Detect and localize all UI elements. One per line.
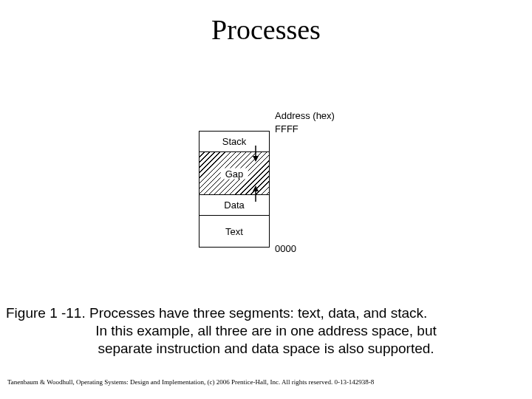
figure-caption: Figure 1 -11. Processes have three segme… — [0, 304, 532, 357]
page-title: Processes — [0, 0, 532, 53]
segment-text: Text — [200, 216, 269, 247]
address-top-value: FFFF — [275, 123, 299, 134]
copyright-text: Tanenbaum & Woodhull, Operating Systems:… — [7, 378, 374, 386]
caption-line-1: Figure 1 -11. Processes have three segme… — [6, 304, 526, 322]
arrow-up-icon — [251, 185, 260, 202]
svg-marker-3 — [253, 185, 259, 191]
svg-marker-1 — [253, 156, 259, 162]
caption-line-3: separate instruction and data space is a… — [6, 340, 526, 358]
arrow-down-icon — [251, 146, 260, 162]
segment-gap-label: Gap — [221, 168, 248, 179]
address-header-label: Address (hex) — [275, 110, 335, 121]
address-bottom-value: 0000 — [275, 243, 296, 254]
memory-diagram: Address (hex) FFFF 0000 Stack Gap Data T… — [0, 115, 532, 270]
caption-line-2: In this example, all three are in one ad… — [6, 322, 526, 340]
